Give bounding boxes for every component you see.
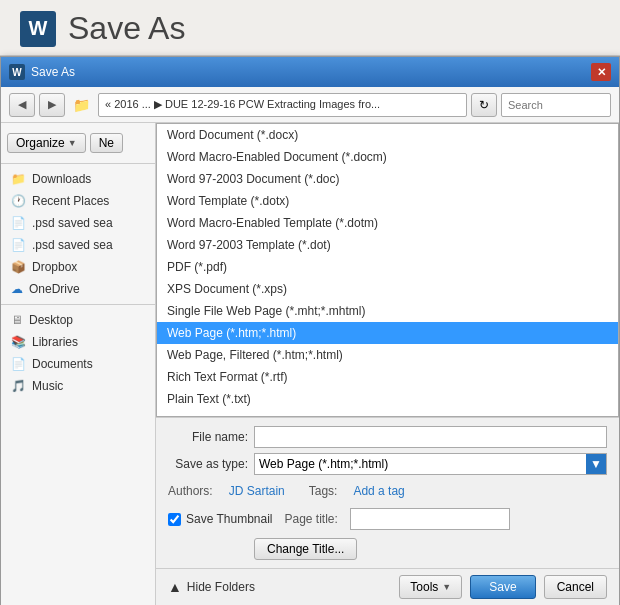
desktop-icon: 🖥: [11, 313, 23, 327]
thumbnail-row: Save Thumbnail Page title:: [168, 502, 607, 534]
save-thumbnail-checkbox[interactable]: [168, 513, 181, 526]
sidebar-item-documents[interactable]: 📄 Documents: [1, 353, 155, 375]
format-item-xps[interactable]: XPS Document (*.xps): [157, 278, 618, 300]
format-item-docx[interactable]: Word Document (*.docx): [157, 124, 618, 146]
word-logo-icon: W: [20, 11, 56, 47]
close-button[interactable]: ✕: [591, 63, 611, 81]
refresh-button[interactable]: ↻: [471, 93, 497, 117]
bottom-right-buttons: Tools ▼ Save Cancel: [399, 575, 607, 599]
format-item-html[interactable]: Web Page (*.htm;*.html): [157, 322, 618, 344]
sidebar-item-libraries[interactable]: 📚 Libraries: [1, 331, 155, 353]
page-title: Save As: [68, 10, 185, 47]
libraries-icon: 📚: [11, 335, 26, 349]
sidebar-item-downloads[interactable]: 📁 Downloads: [1, 168, 155, 190]
sidebar-item-recent-places[interactable]: 🕐 Recent Places: [1, 190, 155, 212]
music-icon: 🎵: [11, 379, 26, 393]
save-as-dialog: W Save As ✕ ◀ ▶ 📁 « 2016 ... ▶ DUE 12-29…: [0, 56, 620, 605]
file-area: Word Document (*.docx)Word Macro-Enabled…: [156, 123, 619, 605]
onedrive-icon: ☁: [11, 282, 23, 296]
hide-folders-icon: ▲: [168, 579, 182, 595]
sidebar: Organize ▼ Ne 📁 Downloads 🕐 Recent Place…: [1, 123, 156, 605]
page-title-label: Page title:: [285, 512, 338, 526]
sidebar-item-onedrive[interactable]: ☁ OneDrive: [1, 278, 155, 300]
savetype-label: Save as type:: [168, 457, 248, 471]
breadcrumb[interactable]: « 2016 ... ▶ DUE 12-29-16 PCW Extracting…: [98, 93, 467, 117]
format-item-dot[interactable]: Word 97-2003 Template (*.dot): [157, 234, 618, 256]
format-item-pdf[interactable]: PDF (*.pdf): [157, 256, 618, 278]
content-area: Organize ▼ Ne 📁 Downloads 🕐 Recent Place…: [1, 123, 619, 605]
format-item-txt[interactable]: Plain Text (*.txt): [157, 388, 618, 410]
tags-label: Tags:: [309, 484, 338, 498]
word-icon: W: [9, 64, 25, 80]
psd-icon: 📄: [11, 216, 26, 230]
form-area: File name: Save as type: Web Page (*.htm…: [156, 417, 619, 568]
toolbar: ◀ ▶ 📁 « 2016 ... ▶ DUE 12-29-16 PCW Extr…: [1, 87, 619, 123]
title-bar: W Save As ✕: [1, 57, 619, 87]
filename-input[interactable]: [254, 426, 607, 448]
folder-icon: 📁: [11, 172, 26, 186]
savetype-select[interactable]: Web Page (*.htm;*.html) ▼: [254, 453, 607, 475]
meta-row: Authors: JD Sartain Tags: Add a tag: [168, 480, 607, 502]
format-item-xml-word[interactable]: Word XML Document (*.xml): [157, 410, 618, 417]
change-title-button[interactable]: Change Title...: [254, 538, 357, 560]
dropbox-icon: 📦: [11, 260, 26, 274]
search-input[interactable]: [501, 93, 611, 117]
recent-icon: 🕐: [11, 194, 26, 208]
format-item-filtered[interactable]: Web Page, Filtered (*.htm;*.html): [157, 344, 618, 366]
bottom-bar: ▲ Hide Folders Tools ▼ Save Cancel: [156, 568, 619, 605]
sidebar-item-psd2[interactable]: 📄 .psd saved sea: [1, 234, 155, 256]
save-thumbnail-label[interactable]: Save Thumbnail: [168, 512, 273, 526]
save-button[interactable]: Save: [470, 575, 535, 599]
folder-icon: 📁: [73, 97, 90, 113]
tools-chevron-icon: ▼: [442, 582, 451, 592]
format-item-rtf[interactable]: Rich Text Format (*.rtf): [157, 366, 618, 388]
format-list: Word Document (*.docx)Word Macro-Enabled…: [156, 123, 619, 417]
organize-chevron-icon: ▼: [68, 138, 77, 148]
documents-icon: 📄: [11, 357, 26, 371]
sidebar-item-desktop[interactable]: 🖥 Desktop: [1, 309, 155, 331]
tags-value[interactable]: Add a tag: [353, 484, 404, 498]
filename-label: File name:: [168, 430, 248, 444]
format-item-mht[interactable]: Single File Web Page (*.mht;*.mhtml): [157, 300, 618, 322]
sidebar-item-psd1[interactable]: 📄 .psd saved sea: [1, 212, 155, 234]
savetype-arrow-icon: ▼: [586, 454, 606, 474]
back-button[interactable]: ◀: [9, 93, 35, 117]
organize-button[interactable]: Organize ▼: [7, 133, 86, 153]
cancel-button[interactable]: Cancel: [544, 575, 607, 599]
psd-icon2: 📄: [11, 238, 26, 252]
format-item-doc[interactable]: Word 97-2003 Document (*.doc): [157, 168, 618, 190]
authors-value[interactable]: JD Sartain: [229, 484, 285, 498]
sidebar-item-music[interactable]: 🎵 Music: [1, 375, 155, 397]
savetype-value: Web Page (*.htm;*.html): [259, 457, 388, 471]
authors-label: Authors:: [168, 484, 213, 498]
new-folder-button[interactable]: Ne: [90, 133, 123, 153]
tools-button[interactable]: Tools ▼: [399, 575, 462, 599]
format-item-docm[interactable]: Word Macro-Enabled Document (*.docm): [157, 146, 618, 168]
format-item-dotx[interactable]: Word Template (*.dotx): [157, 190, 618, 212]
hide-folders-button[interactable]: ▲ Hide Folders: [168, 579, 255, 595]
dialog-title: Save As: [31, 65, 75, 79]
sidebar-item-dropbox[interactable]: 📦 Dropbox: [1, 256, 155, 278]
page-title-input[interactable]: [350, 508, 510, 530]
format-item-dotm[interactable]: Word Macro-Enabled Template (*.dotm): [157, 212, 618, 234]
forward-button[interactable]: ▶: [39, 93, 65, 117]
